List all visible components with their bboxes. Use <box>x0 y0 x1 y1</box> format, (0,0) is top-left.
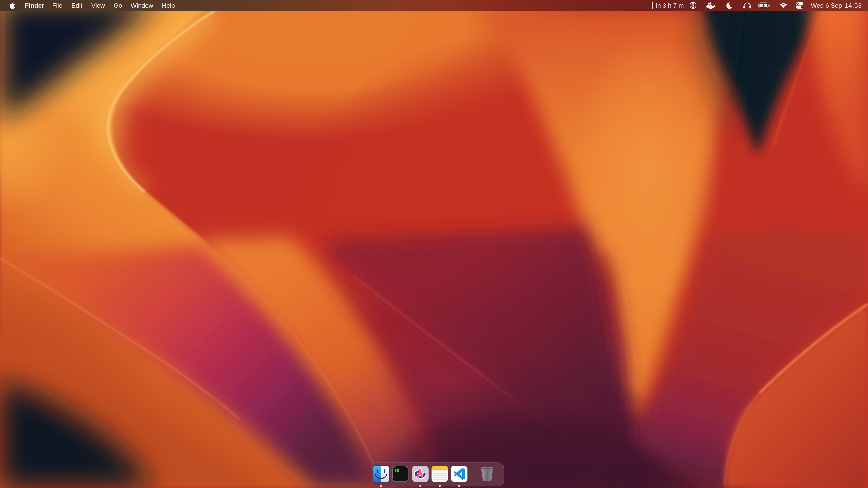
svg-text:$: $ <box>395 468 397 473</box>
